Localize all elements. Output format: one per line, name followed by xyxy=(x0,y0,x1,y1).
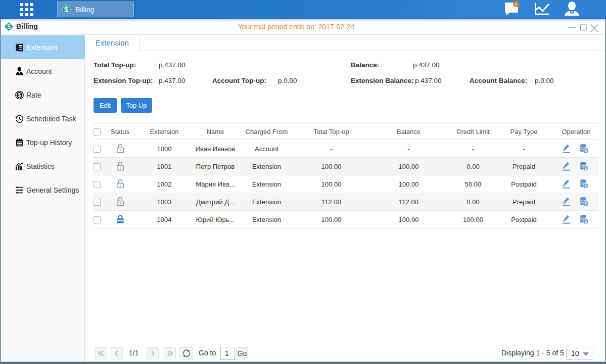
svg-text:$: $ xyxy=(64,6,68,14)
svg-text:$: $ xyxy=(18,92,21,98)
svg-text:!: ! xyxy=(515,2,517,7)
